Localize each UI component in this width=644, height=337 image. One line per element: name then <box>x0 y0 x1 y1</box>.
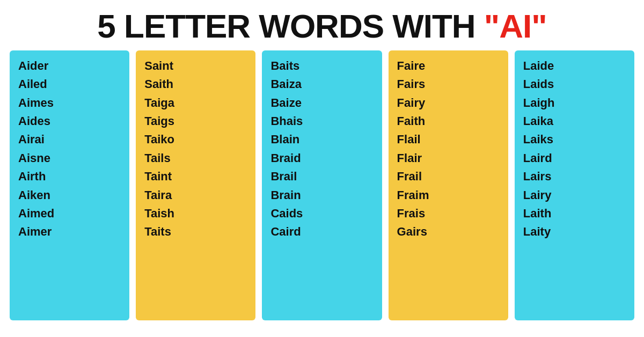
word-item: Brail <box>270 169 373 185</box>
word-item: Fraim <box>397 187 500 203</box>
word-item: Aisne <box>18 150 121 166</box>
column-col3: BaitsBaizaBaizeBhaisBlainBraidBrailBrain… <box>262 50 382 320</box>
word-item: Taits <box>144 224 247 240</box>
column-col4: FaireFairsFairyFaithFlailFlairFrailFraim… <box>389 50 508 320</box>
word-item: Faire <box>397 58 500 74</box>
word-item: Brain <box>270 187 373 203</box>
word-item: Taigs <box>144 113 247 129</box>
word-item: Baize <box>270 95 373 111</box>
word-item: Laiks <box>523 131 626 148</box>
column-col1: AiderAiledAimesAidesAiraiAisneAirthAiken… <box>10 50 129 320</box>
word-item: Laird <box>523 150 626 166</box>
word-item: Frail <box>397 169 500 185</box>
word-item: Caird <box>270 224 373 240</box>
word-item: Faith <box>397 113 500 129</box>
word-item: Taira <box>144 187 247 203</box>
column-col2: SaintSaithTaigaTaigsTaikoTailsTaintTaira… <box>136 50 255 320</box>
word-item: Aiken <box>18 187 121 203</box>
word-item: Laide <box>523 58 626 74</box>
word-item: Braid <box>270 150 373 166</box>
word-item: Aimes <box>18 95 121 111</box>
word-item: Gairs <box>397 224 500 240</box>
word-item: Fairy <box>397 95 500 111</box>
word-item: Baits <box>270 58 373 74</box>
title-red-text: "AI" <box>484 8 547 45</box>
page-title: 5 LETTER WORDS WITH "AI" <box>11 10 633 43</box>
word-item: Laids <box>523 76 626 92</box>
word-item: Flair <box>397 150 500 166</box>
word-item: Aimer <box>18 224 121 240</box>
word-item: Laika <box>523 113 626 129</box>
word-item: Saith <box>144 76 247 92</box>
word-item: Saint <box>144 58 247 74</box>
word-item: Airth <box>18 169 121 185</box>
word-item: Frais <box>397 206 500 222</box>
columns-container: AiderAiledAimesAidesAiraiAisneAirthAiken… <box>0 50 644 326</box>
title-black-text: 5 LETTER WORDS WITH <box>97 8 484 45</box>
column-col5: LaideLaidsLaighLaikaLaiksLairdLairsLairy… <box>515 50 634 320</box>
word-item: Lairy <box>523 187 626 203</box>
word-item: Airai <box>18 131 121 148</box>
word-item: Laity <box>523 224 626 240</box>
word-item: Tails <box>144 150 247 166</box>
word-item: Baiza <box>270 76 373 92</box>
word-item: Taish <box>144 206 247 222</box>
word-item: Caids <box>270 206 373 222</box>
word-item: Blain <box>270 131 373 148</box>
word-item: Aides <box>18 113 121 129</box>
word-item: Aimed <box>18 206 121 222</box>
word-item: Flail <box>397 131 500 148</box>
word-item: Ailed <box>18 76 121 92</box>
page-container: 5 LETTER WORDS WITH "AI" AiderAiledAimes… <box>0 0 644 326</box>
word-item: Fairs <box>397 76 500 92</box>
word-item: Laigh <box>523 95 626 111</box>
word-item: Bhais <box>270 113 373 129</box>
word-item: Taiga <box>144 95 247 111</box>
header: 5 LETTER WORDS WITH "AI" <box>0 0 644 50</box>
word-item: Aider <box>18 58 121 74</box>
word-item: Laith <box>523 206 626 222</box>
word-item: Taint <box>144 169 247 185</box>
word-item: Lairs <box>523 169 626 185</box>
word-item: Taiko <box>144 131 247 148</box>
